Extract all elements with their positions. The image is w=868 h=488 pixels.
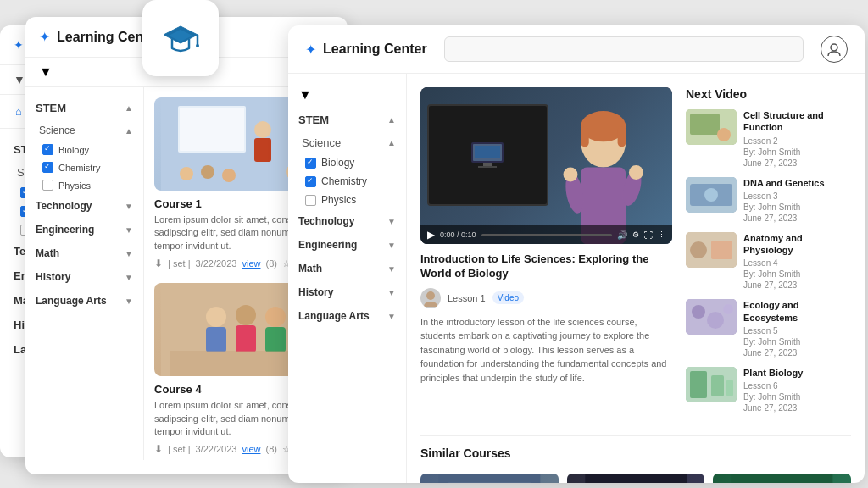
main-stem[interactable]: STEM ▲	[298, 108, 396, 132]
mid-sidebar-chemistry[interactable]: Chemistry	[36, 158, 133, 176]
svg-point-8	[180, 167, 193, 180]
similar-card-3[interactable]: Course #17	[713, 474, 851, 483]
progress-bar-wrap[interactable]	[481, 234, 612, 236]
main-history[interactable]: History ▼	[298, 280, 396, 304]
download-icon-4[interactable]: ⬇	[154, 443, 163, 455]
svg-rect-55	[447, 482, 531, 483]
svg-point-9	[201, 165, 214, 179]
svg-point-6	[254, 121, 271, 138]
mid-sidebar-math[interactable]: Math ▼	[36, 241, 133, 265]
video-controls[interactable]: ▶ 0:00 / 0:10 🔊 ⚙ ⛶ ⋮	[420, 225, 672, 244]
next-item-3-date: June 27, 2023	[743, 280, 851, 291]
next-video-item-4[interactable]: Ecology and Ecosystems Lesson 5 By: John…	[686, 299, 851, 358]
mid-biology-checkbox[interactable]	[42, 144, 53, 155]
main-bio-check[interactable]	[305, 158, 316, 169]
mid-sidebar-history[interactable]: History ▼	[36, 265, 133, 289]
next-item-5-author: By: John Smith	[743, 391, 851, 402]
next-item-1-title: Cell Structure and Function	[743, 109, 851, 134]
fullscreen-icon[interactable]: ⛶	[644, 230, 653, 240]
course-1-set: | set |	[168, 258, 191, 269]
next-info-5: Plant Biology Lesson 6 By: John Smith Ju…	[743, 367, 851, 413]
main-chem-check[interactable]	[305, 176, 316, 187]
mid-physics-checkbox[interactable]	[42, 180, 53, 191]
similar-thumb-3	[713, 474, 851, 483]
menu-icon[interactable]: ⋮	[658, 230, 665, 239]
main-panel: ✦ Learning Center ▼ STEM ▲ Science ▲	[288, 25, 865, 483]
main-header-left: ✦ Learning Center	[305, 42, 427, 58]
video-person	[534, 111, 672, 244]
main-body: ▼ STEM ▲ Science ▲ Biology Chemistry	[288, 74, 865, 483]
video-player[interactable]: ▶ 0:00 / 0:10 🔊 ⚙ ⛶ ⋮	[420, 87, 672, 244]
next-item-5-date: June 27, 2023	[743, 402, 851, 413]
svg-point-14	[206, 307, 226, 327]
lesson-avatar	[420, 288, 441, 308]
mid-sidebar-language-arts[interactable]: Language Arts ▼	[36, 289, 133, 313]
next-video-item-3[interactable]: Anatomy and Physiology Lesson 4 By: John…	[686, 232, 851, 291]
mid-sidebar-stem[interactable]: STEM ▲	[36, 96, 133, 120]
filter-icon[interactable]: ▼	[14, 73, 25, 86]
next-item-3-author: By: John Smith	[743, 269, 851, 280]
similar-card-1[interactable]: Course #3	[420, 474, 559, 483]
svg-rect-26	[478, 166, 497, 168]
video-description: In the introductory lesson of the life s…	[420, 315, 672, 385]
user-avatar[interactable]	[821, 36, 848, 63]
next-thumb-2	[686, 177, 737, 213]
next-item-1-lesson: Lesson 2	[743, 136, 851, 147]
similar-card-2[interactable]: Course #12	[567, 474, 705, 483]
main-filter-sidebar: ▼ STEM ▲ Science ▲ Biology Chemistry	[288, 74, 407, 483]
svg-point-34	[563, 167, 577, 181]
main-phys-check[interactable]	[305, 195, 316, 206]
mid-sidebar-left: STEM ▲ Science ▲ Biology Chemistry Physi…	[25, 87, 144, 460]
next-video-item-1[interactable]: Cell Structure and Function Lesson 2 By:…	[686, 109, 851, 169]
next-thumb-4	[686, 299, 737, 335]
mid-sidebar-engineering[interactable]: Engineering ▼	[36, 218, 133, 241]
video-title: Introduction to Life Sciences: Exploring…	[420, 252, 672, 281]
main-technology[interactable]: Technology ▼	[298, 209, 396, 233]
next-item-3-lesson: Lesson 4	[743, 258, 851, 269]
similar-courses-grid: Course #3	[420, 474, 851, 483]
svg-point-36	[426, 291, 435, 300]
main-language-arts[interactable]: Language Arts ▼	[298, 304, 396, 328]
main-biology[interactable]: Biology	[298, 153, 396, 172]
video-player-wrap: ▶ 0:00 / 0:10 🔊 ⚙ ⛶ ⋮ Introduction to Li…	[420, 87, 672, 422]
graduation-cap-icon	[155, 13, 206, 64]
mid-sidebar-biology[interactable]: Biology	[36, 141, 133, 158]
next-video-panel: Next Video Cell Structure and Function L	[686, 87, 851, 422]
main-engineering[interactable]: Engineering ▼	[298, 233, 396, 257]
main-filter-toggle[interactable]: ▼	[298, 82, 396, 108]
next-item-5-lesson: Lesson 6	[743, 380, 851, 391]
view-link-1[interactable]: view	[242, 258, 260, 269]
mid-sidebar-technology[interactable]: Technology ▼	[36, 194, 133, 218]
main-chemistry[interactable]: Chemistry	[298, 172, 396, 191]
next-video-item-2[interactable]: DNA and Genetics Lesson 3 By: John Smith…	[686, 177, 851, 224]
svg-point-48	[707, 312, 724, 329]
svg-rect-72	[732, 474, 833, 483]
next-item-2-author: By: John Smith	[743, 202, 851, 213]
next-item-4-title: Ecology and Ecosystems	[743, 299, 851, 324]
svg-rect-51	[690, 371, 707, 398]
view-link-4[interactable]: view	[242, 444, 260, 454]
main-physics[interactable]: Physics	[298, 191, 396, 209]
volume-icon[interactable]: 🔊	[617, 230, 627, 240]
svg-rect-38	[690, 114, 720, 135]
settings-video-icon[interactable]: ⚙	[632, 230, 639, 239]
mid-chemistry-checkbox[interactable]	[42, 162, 53, 173]
play-button[interactable]: ▶	[427, 229, 435, 241]
next-video-item-5[interactable]: Plant Biology Lesson 6 By: John Smith Ju…	[686, 367, 851, 413]
similar-courses-section: Similar Courses	[420, 435, 851, 483]
mid-sidebar-physics[interactable]: Physics	[36, 176, 133, 194]
main-search-bar[interactable]	[444, 36, 804, 62]
svg-rect-19	[265, 327, 286, 352]
mid-filter-icon[interactable]: ▼	[39, 64, 53, 79]
main-math[interactable]: Math ▼	[298, 257, 396, 280]
svg-rect-17	[236, 325, 256, 352]
next-thumb-3	[686, 232, 737, 268]
next-info-2: DNA and Genetics Lesson 3 By: John Smith…	[743, 177, 851, 224]
next-item-4-lesson: Lesson 5	[743, 325, 851, 336]
svg-rect-5	[180, 108, 244, 151]
lesson-number: Lesson 1	[448, 293, 486, 303]
svg-point-49	[723, 304, 733, 314]
download-icon[interactable]: ⬇	[154, 258, 163, 269]
main-star-icon: ✦	[305, 42, 316, 58]
svg-rect-54	[438, 474, 540, 483]
